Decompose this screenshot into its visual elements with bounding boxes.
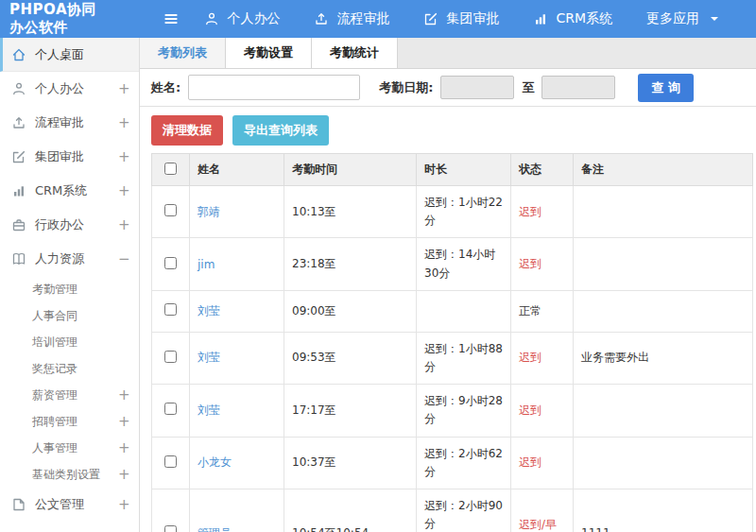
- tab-2[interactable]: 考勤设置: [226, 38, 312, 68]
- tab-3[interactable]: 考勤统计: [312, 38, 398, 68]
- top-nav-item-2[interactable]: 流程审批: [314, 10, 389, 27]
- tab-1[interactable]: 考勤列表: [140, 38, 226, 68]
- top-nav-item-5[interactable]: 更多应用: [646, 10, 722, 27]
- sidebar-item-label: 个人桌面: [35, 46, 129, 63]
- employee-name-link[interactable]: 刘莹: [198, 304, 220, 317]
- row-checkbox[interactable]: [164, 303, 177, 316]
- duration-cell: 迟到：14小时30分: [417, 238, 511, 290]
- top-nav-item-3[interactable]: 集团审批: [423, 10, 499, 27]
- sidebar-subitem-7-2[interactable]: 人事合同: [0, 302, 139, 329]
- expand-toggle-icon[interactable]: +: [118, 216, 129, 233]
- expand-toggle-icon[interactable]: +: [118, 439, 129, 456]
- expand-toggle-icon[interactable]: +: [118, 413, 129, 430]
- expand-toggle-icon[interactable]: +: [118, 496, 129, 513]
- expand-toggle-icon[interactable]: −: [118, 250, 129, 267]
- employee-name-link[interactable]: 小龙女: [198, 455, 232, 469]
- date-to-input[interactable]: [541, 76, 615, 99]
- sidebar-subitem-label: 人事管理: [32, 440, 118, 456]
- sidebar-item-4[interactable]: 集团审批+: [0, 140, 139, 174]
- select-all-checkbox[interactable]: [164, 163, 177, 175]
- status-badge: 迟到: [519, 205, 541, 218]
- name-cell: 郭靖: [190, 186, 284, 238]
- top-nav-item-1[interactable]: 个人办公: [204, 10, 280, 27]
- time-cell: 10:13至: [284, 186, 417, 238]
- sidebar-item-9[interactable]: 用车管理+: [0, 522, 139, 532]
- remark-cell: [574, 186, 753, 238]
- briefcase-icon: [11, 217, 26, 232]
- row-checkbox[interactable]: [164, 204, 177, 216]
- status-badge: 迟到/早退: [519, 518, 557, 532]
- sidebar-item-2[interactable]: 个人办公+: [0, 72, 139, 106]
- name-cell: 小龙女: [190, 437, 284, 489]
- status-cell: 正常: [511, 290, 574, 332]
- sidebar-item-label: 集团审批: [35, 148, 118, 165]
- sidebar-item-1[interactable]: 个人桌面: [0, 38, 139, 72]
- row-checkbox[interactable]: [164, 257, 177, 269]
- expand-toggle-icon[interactable]: +: [118, 466, 129, 483]
- sidebar-subitem-7-7[interactable]: 人事管理+: [0, 435, 139, 461]
- remark-cell: 业务需要外出: [574, 332, 753, 384]
- expand-toggle-icon[interactable]: +: [118, 182, 129, 199]
- sidebar-subitem-7-4[interactable]: 奖惩记录: [0, 355, 139, 382]
- top-nav-item-label: 流程审批: [336, 10, 389, 27]
- sidebar-subitem-label: 人事合同: [32, 308, 129, 324]
- top-nav: PHPOA协同办公软件 个人办公流程审批集团审批CRM系统更多应用: [0, 0, 756, 38]
- name-input[interactable]: [188, 75, 360, 100]
- status-badge: 正常: [519, 304, 541, 317]
- row-checkbox[interactable]: [164, 351, 177, 363]
- row-checkbox[interactable]: [164, 455, 177, 468]
- row-checkbox[interactable]: [164, 525, 177, 532]
- status-badge: 迟到: [519, 455, 541, 469]
- duration-cell: 迟到：2小时62分: [417, 437, 511, 489]
- expand-toggle-icon[interactable]: +: [118, 114, 129, 131]
- employee-name-link[interactable]: 管理员: [198, 526, 232, 532]
- time-cell: 23:18至: [284, 238, 417, 290]
- employee-name-link[interactable]: 郭靖: [198, 205, 220, 218]
- employee-name-link[interactable]: 刘莹: [198, 351, 220, 364]
- book-icon: [11, 251, 26, 266]
- sidebar-subitem-7-8[interactable]: 基础类别设置+: [0, 461, 139, 488]
- sidebar-item-5[interactable]: CRM系统+: [0, 174, 139, 208]
- sidebar-item-7[interactable]: 人力资源−: [0, 242, 139, 276]
- search-button[interactable]: 查 询: [638, 74, 694, 102]
- expand-toggle-icon[interactable]: +: [118, 80, 129, 97]
- top-nav-item-label: 集团审批: [446, 10, 499, 27]
- tab-bar: 考勤列表考勤设置考勤统计: [140, 38, 756, 69]
- employee-name-link[interactable]: jim: [198, 258, 215, 271]
- row-checkbox[interactable]: [164, 403, 177, 415]
- name-cell: 管理员: [190, 489, 284, 532]
- status-cell: 迟到: [511, 186, 574, 238]
- clean-data-button[interactable]: 清理数据: [151, 115, 223, 146]
- sidebar-subitem-7-6[interactable]: 招聘管理+: [0, 408, 139, 435]
- sidebar-item-label: 人力资源: [35, 250, 118, 267]
- top-nav-item-4[interactable]: CRM系统: [533, 10, 612, 27]
- sidebar-item-8[interactable]: 公文管理+: [0, 488, 139, 522]
- expand-toggle-icon[interactable]: +: [118, 386, 129, 403]
- sidebar-item-6[interactable]: 行政办公+: [0, 208, 139, 242]
- export-list-button[interactable]: 导出查询列表: [232, 115, 329, 146]
- sidebar-subitem-7-3[interactable]: 培训管理: [0, 329, 139, 355]
- column-header-3: 时长: [417, 154, 511, 186]
- employee-name-link[interactable]: 刘莹: [198, 403, 220, 417]
- expand-toggle-icon[interactable]: +: [118, 148, 129, 165]
- sidebar-subitem-7-1[interactable]: 考勤管理: [0, 276, 139, 302]
- sidebar-subitem-label: 考勤管理: [32, 282, 129, 298]
- duration-cell: 迟到：2小时90分 早退：7小时10分: [417, 489, 511, 532]
- sidebar-subitem-label: 招聘管理: [32, 414, 118, 430]
- sidebar: 个人桌面个人办公+流程审批+集团审批+CRM系统+行政办公+人力资源−考勤管理人…: [0, 38, 140, 532]
- sidebar-subitem-7-5[interactable]: 薪资管理+: [0, 382, 139, 408]
- table-row: 小龙女10:37至迟到：2小时62分迟到: [152, 437, 753, 489]
- sidebar-item-label: 行政办公: [35, 216, 118, 233]
- main-layout: 个人桌面个人办公+流程审批+集团审批+CRM系统+行政办公+人力资源−考勤管理人…: [0, 38, 756, 532]
- date-from-input[interactable]: [440, 76, 514, 99]
- duration-cell: 迟到：1小时22分: [417, 186, 511, 238]
- table-row: 管理员10:54至10:54迟到：2小时90分 早退：7小时10分迟到/早退11…: [152, 489, 753, 532]
- table-row: 刘莹17:17至迟到：9小时28分迟到: [152, 385, 753, 437]
- sidebar-item-label: CRM系统: [35, 182, 118, 199]
- row-checkbox-cell: [152, 385, 190, 437]
- hamburger-menu-button[interactable]: [163, 10, 180, 27]
- top-nav-item-label: CRM系统: [556, 10, 612, 27]
- name-label: 姓名:: [151, 79, 180, 96]
- sidebar-item-3[interactable]: 流程审批+: [0, 106, 139, 140]
- remark-cell: [574, 437, 753, 489]
